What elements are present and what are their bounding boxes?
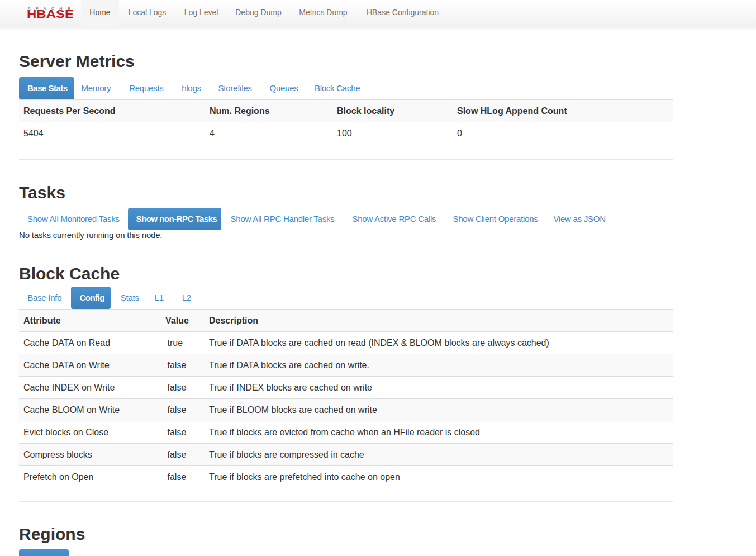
svg-text:HBASE: HBASE (27, 8, 73, 19)
